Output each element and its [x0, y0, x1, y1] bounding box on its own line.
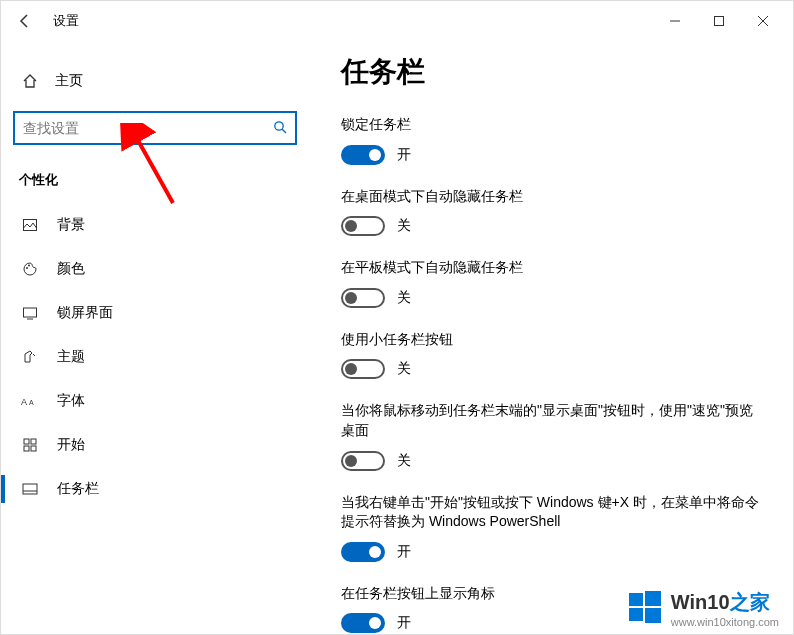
- minimize-button[interactable]: [653, 6, 697, 36]
- toggle-switch[interactable]: [341, 542, 385, 562]
- sidebar-item-label: 颜色: [57, 260, 85, 278]
- toggle-state: 开: [397, 543, 411, 561]
- search-icon: [273, 120, 287, 137]
- toggle-switch[interactable]: [341, 288, 385, 308]
- page-title: 任务栏: [341, 53, 763, 91]
- sidebar-item-themes[interactable]: 主题: [13, 335, 297, 379]
- toggle-state: 关: [397, 360, 411, 378]
- toggle-switch[interactable]: [341, 145, 385, 165]
- sidebar-item-start[interactable]: 开始: [13, 423, 297, 467]
- sidebar-item-label: 主题: [57, 348, 85, 366]
- svg-point-2: [275, 121, 283, 129]
- sidebar-item-label: 背景: [57, 216, 85, 234]
- maximize-button[interactable]: [697, 6, 741, 36]
- setting-label: 当我右键单击"开始"按钮或按下 Windows 键+X 时，在菜单中将命令提示符…: [341, 493, 763, 532]
- svg-rect-1: [715, 17, 724, 26]
- sidebar-item-colors[interactable]: 颜色: [13, 247, 297, 291]
- sidebar-item-fonts[interactable]: AA 字体: [13, 379, 297, 423]
- sidebar-item-taskbar[interactable]: 任务栏: [13, 467, 297, 511]
- theme-icon: [19, 349, 41, 365]
- sidebar: 主页 个性化 背景 颜色 锁屏界面: [1, 41, 309, 634]
- toggle-state: 开: [397, 614, 411, 632]
- toggle-state: 开: [397, 146, 411, 164]
- svg-point-6: [28, 265, 30, 267]
- svg-text:A: A: [29, 399, 34, 406]
- back-button[interactable]: [9, 5, 41, 37]
- toggle-switch[interactable]: [341, 613, 385, 633]
- start-icon: [19, 438, 41, 452]
- svg-rect-20: [629, 608, 643, 621]
- setting-label: 在平板模式下自动隐藏任务栏: [341, 258, 763, 278]
- sidebar-item-label: 锁屏界面: [57, 304, 113, 322]
- search-input[interactable]: [23, 120, 273, 136]
- toggle-state: 关: [397, 452, 411, 470]
- svg-line-3: [282, 129, 286, 133]
- svg-rect-19: [645, 591, 661, 606]
- content-area: 任务栏 锁定任务栏开在桌面模式下自动隐藏任务栏关在平板模式下自动隐藏任务栏关使用…: [309, 41, 793, 634]
- palette-icon: [19, 261, 41, 277]
- watermark-brand: Win10: [671, 591, 730, 613]
- home-link[interactable]: 主页: [13, 61, 297, 101]
- sidebar-item-label: 任务栏: [57, 480, 99, 498]
- toggle-state: 关: [397, 289, 411, 307]
- setting-label: 锁定任务栏: [341, 115, 763, 135]
- watermark: Win10之家 www.win10xitong.com: [627, 589, 779, 628]
- svg-rect-12: [31, 439, 36, 444]
- svg-text:A: A: [21, 397, 27, 407]
- setting-label: 在桌面模式下自动隐藏任务栏: [341, 187, 763, 207]
- search-input-container[interactable]: [13, 111, 297, 145]
- svg-rect-13: [24, 446, 29, 451]
- svg-point-5: [26, 267, 28, 269]
- category-header: 个性化: [13, 171, 297, 189]
- sidebar-item-label: 开始: [57, 436, 85, 454]
- font-icon: AA: [19, 394, 41, 408]
- svg-rect-21: [645, 608, 661, 623]
- lockscreen-icon: [19, 305, 41, 321]
- toggle-state: 关: [397, 217, 411, 235]
- sidebar-item-lockscreen[interactable]: 锁屏界面: [13, 291, 297, 335]
- home-label: 主页: [55, 72, 83, 90]
- home-icon: [19, 73, 41, 89]
- windows-logo-icon: [627, 589, 663, 628]
- svg-rect-7: [24, 308, 37, 317]
- toggle-switch[interactable]: [341, 451, 385, 471]
- svg-rect-14: [31, 446, 36, 451]
- sidebar-item-label: 字体: [57, 392, 85, 410]
- toggle-switch[interactable]: [341, 216, 385, 236]
- svg-rect-18: [629, 593, 643, 606]
- taskbar-icon: [19, 483, 41, 495]
- window-title: 设置: [53, 12, 79, 30]
- setting-label: 当你将鼠标移动到任务栏末端的"显示桌面"按钮时，使用"速览"预览桌面: [341, 401, 763, 440]
- sidebar-item-background[interactable]: 背景: [13, 203, 297, 247]
- svg-rect-11: [24, 439, 29, 444]
- toggle-switch[interactable]: [341, 359, 385, 379]
- setting-label: 使用小任务栏按钮: [341, 330, 763, 350]
- picture-icon: [19, 217, 41, 233]
- watermark-url: www.win10xitong.com: [671, 616, 779, 628]
- svg-rect-15: [23, 484, 37, 494]
- close-button[interactable]: [741, 6, 785, 36]
